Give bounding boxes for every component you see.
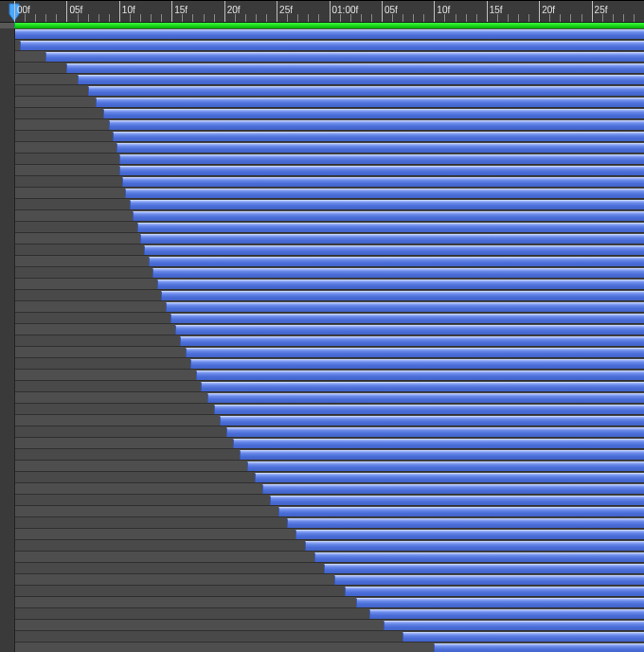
- layer-row[interactable]: [0, 620, 644, 631]
- layer-row[interactable]: [0, 233, 644, 244]
- layer-bar[interactable]: [190, 359, 644, 369]
- layer-bar[interactable]: [295, 530, 644, 539]
- layer-row[interactable]: [0, 358, 644, 370]
- layer-bar[interactable]: [149, 257, 644, 266]
- layer-row[interactable]: [0, 574, 644, 586]
- layer-row[interactable]: [0, 472, 644, 483]
- layer-row[interactable]: [0, 290, 644, 301]
- layer-row[interactable]: [0, 381, 644, 392]
- layer-row[interactable]: [0, 176, 644, 188]
- layer-row[interactable]: [0, 643, 644, 652]
- layer-row[interactable]: [0, 597, 644, 608]
- layer-row[interactable]: [0, 426, 644, 438]
- layer-bar[interactable]: [247, 462, 644, 471]
- layer-bar[interactable]: [402, 632, 644, 642]
- layer-row[interactable]: [0, 267, 644, 279]
- layer-row[interactable]: [0, 335, 644, 347]
- layer-row[interactable]: [0, 108, 644, 119]
- layer-bar[interactable]: [166, 302, 644, 312]
- layer-row[interactable]: [0, 392, 644, 404]
- layer-row[interactable]: [0, 188, 644, 199]
- layer-row[interactable]: [0, 131, 644, 142]
- layer-bar[interactable]: [305, 541, 644, 551]
- layer-row[interactable]: [0, 119, 644, 131]
- layer-bar[interactable]: [207, 393, 644, 403]
- layer-bar[interactable]: [14, 29, 644, 39]
- layer-row[interactable]: [0, 97, 644, 108]
- layer-row[interactable]: [0, 256, 644, 267]
- layer-bar[interactable]: [157, 280, 644, 289]
- layer-row[interactable]: [0, 74, 644, 85]
- layer-row[interactable]: [0, 438, 644, 449]
- layer-row[interactable]: [0, 313, 644, 324]
- layer-bar[interactable]: [369, 609, 644, 619]
- layer-row[interactable]: [0, 199, 644, 210]
- layer-bar[interactable]: [356, 598, 644, 607]
- layer-bar[interactable]: [20, 41, 644, 50]
- layer-bar[interactable]: [278, 507, 644, 516]
- layer-row[interactable]: [0, 517, 644, 529]
- layer-row[interactable]: [0, 495, 644, 506]
- layer-tracks[interactable]: [0, 28, 644, 652]
- layer-row[interactable]: [0, 210, 644, 222]
- layer-row[interactable]: [0, 63, 644, 74]
- layer-row[interactable]: [0, 85, 644, 97]
- layer-bar[interactable]: [88, 86, 644, 96]
- layer-row[interactable]: [0, 563, 644, 574]
- layer-row[interactable]: [0, 415, 644, 426]
- layer-row[interactable]: [0, 404, 644, 415]
- layer-row[interactable]: [0, 301, 644, 313]
- layer-bar[interactable]: [113, 132, 644, 141]
- layer-row[interactable]: [0, 165, 644, 176]
- layer-bar[interactable]: [186, 348, 644, 357]
- time-ruler[interactable]: 00f05f10f15f20f25f01:00f05f10f15f20f25f: [0, 0, 644, 23]
- layer-bar[interactable]: [287, 518, 644, 528]
- layer-bar[interactable]: [220, 416, 644, 426]
- layer-row[interactable]: [0, 222, 644, 233]
- layer-row[interactable]: [0, 154, 644, 165]
- layer-row[interactable]: [0, 279, 644, 290]
- layer-bar[interactable]: [152, 268, 644, 278]
- layer-bar[interactable]: [45, 52, 644, 62]
- layer-bar[interactable]: [137, 223, 644, 232]
- layer-bar[interactable]: [140, 234, 644, 244]
- layer-bar[interactable]: [175, 325, 644, 335]
- layer-bar[interactable]: [180, 336, 644, 346]
- layer-bar[interactable]: [96, 98, 644, 107]
- layer-bar[interactable]: [270, 496, 644, 505]
- layer-bar[interactable]: [384, 621, 644, 630]
- layer-bar[interactable]: [122, 177, 644, 187]
- layer-bar[interactable]: [324, 564, 644, 573]
- layer-bar[interactable]: [214, 405, 644, 414]
- layer-row[interactable]: [0, 142, 644, 154]
- layer-bar[interactable]: [334, 575, 644, 585]
- layer-row[interactable]: [0, 51, 644, 63]
- layer-row[interactable]: [0, 483, 644, 495]
- layer-bar[interactable]: [116, 143, 645, 153]
- layer-bar[interactable]: [314, 552, 644, 562]
- layer-bar[interactable]: [170, 314, 644, 323]
- layer-row[interactable]: [0, 586, 644, 597]
- layer-bar[interactable]: [345, 587, 644, 596]
- layer-row[interactable]: [0, 540, 644, 552]
- layer-row[interactable]: [0, 552, 644, 563]
- layer-bar[interactable]: [109, 120, 644, 130]
- layer-bar[interactable]: [66, 63, 644, 73]
- layer-bar[interactable]: [196, 371, 644, 380]
- layer-bar[interactable]: [262, 484, 644, 494]
- layer-bar[interactable]: [119, 166, 644, 175]
- layer-row[interactable]: [0, 506, 644, 517]
- layer-bar[interactable]: [434, 643, 644, 652]
- layer-row[interactable]: [0, 40, 644, 51]
- layer-bar[interactable]: [78, 75, 645, 84]
- layer-bar[interactable]: [133, 211, 644, 221]
- layer-bar[interactable]: [125, 189, 644, 198]
- layer-row[interactable]: [0, 370, 644, 381]
- layer-row[interactable]: [0, 631, 644, 643]
- layer-bar[interactable]: [201, 382, 644, 391]
- layer-bar[interactable]: [103, 109, 644, 118]
- layer-row[interactable]: [0, 449, 644, 461]
- layer-row[interactable]: [0, 461, 644, 472]
- layer-bar[interactable]: [226, 427, 644, 437]
- layer-bar[interactable]: [233, 439, 644, 448]
